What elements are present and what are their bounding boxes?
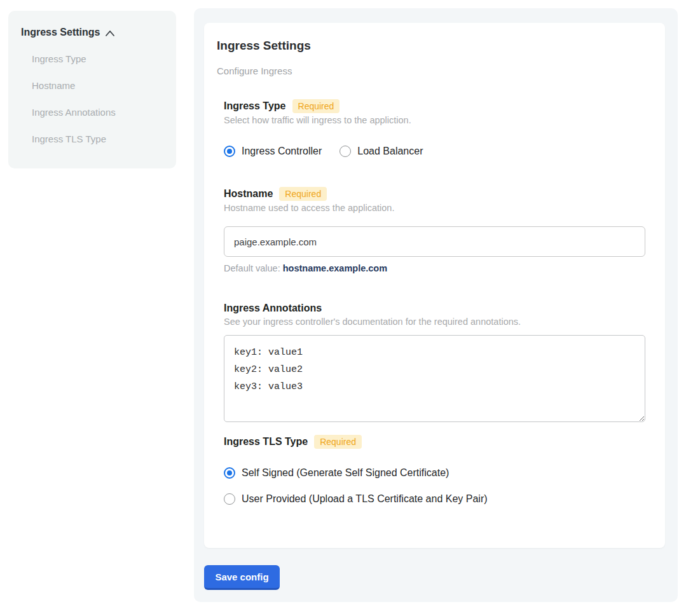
ingress-type-radio-group: Ingress Controller Load Balancer xyxy=(224,145,645,158)
radio-ingress-controller-circle[interactable] xyxy=(224,146,235,157)
sidebar-item-ingress-annotations[interactable]: Ingress Annotations xyxy=(32,107,163,118)
ingress-annotations-label: Ingress Annotations xyxy=(224,302,322,315)
radio-self-signed-label: Self Signed (Generate Self Signed Certif… xyxy=(242,467,449,479)
ingress-settings-card: Ingress Settings Configure Ingress Ingre… xyxy=(204,23,665,548)
radio-user-provided-label: User Provided (Upload a TLS Certificate … xyxy=(242,493,488,505)
settings-sidebar: Ingress Settings Ingress Type Hostname I… xyxy=(8,11,176,168)
required-badge: Required xyxy=(314,435,362,449)
radio-load-balancer[interactable]: Load Balancer xyxy=(340,145,423,158)
field-ingress-annotations: Ingress Annotations See your ingress con… xyxy=(224,302,645,422)
required-badge: Required xyxy=(279,187,327,201)
radio-self-signed-circle[interactable] xyxy=(224,467,235,479)
hostname-label: Hostname xyxy=(224,188,273,200)
field-hostname: Hostname Required Hostname used to acces… xyxy=(224,187,645,274)
radio-ingress-controller[interactable]: Ingress Controller xyxy=(224,145,322,158)
settings-panel: Ingress Settings Configure Ingress Ingre… xyxy=(194,8,678,602)
ingress-annotations-textarea[interactable]: key1: value1 key2: value2 key3: value3 xyxy=(224,335,645,422)
ingress-type-label: Ingress Type xyxy=(224,100,286,113)
hostname-input[interactable] xyxy=(224,226,645,257)
page-title: Ingress Settings xyxy=(217,38,652,53)
radio-user-provided[interactable]: User Provided (Upload a TLS Certificate … xyxy=(224,493,645,505)
ingress-type-description: Select how traffic will ingress to the a… xyxy=(224,115,645,126)
hostname-default-prefix: Default value: xyxy=(224,263,283,273)
form-fields: Ingress Type Required Select how traffic… xyxy=(224,99,645,505)
hostname-default-line: Default value: hostname.example.com xyxy=(224,263,645,274)
sidebar-item-ingress-type[interactable]: Ingress Type xyxy=(32,53,163,65)
hostname-default-value: hostname.example.com xyxy=(283,263,387,273)
ingress-tls-type-label: Ingress TLS Type xyxy=(224,435,308,448)
radio-ingress-controller-label: Ingress Controller xyxy=(242,145,322,158)
field-ingress-tls-type: Ingress TLS Type Required Self Signed (G… xyxy=(224,435,645,505)
ingress-annotations-description: See your ingress controller's documentat… xyxy=(224,317,645,327)
chevron-up-icon xyxy=(106,29,114,36)
sidebar-section-toggle[interactable]: Ingress Settings xyxy=(21,27,163,38)
sidebar-item-hostname[interactable]: Hostname xyxy=(32,80,163,92)
sidebar-item-list: Ingress Type Hostname Ingress Annotation… xyxy=(32,53,163,145)
radio-load-balancer-label: Load Balancer xyxy=(357,145,423,158)
hostname-description: Hostname used to access the application. xyxy=(224,203,645,214)
page-subtitle: Configure Ingress xyxy=(217,66,652,76)
required-badge: Required xyxy=(292,99,340,113)
sidebar-section-title: Ingress Settings xyxy=(21,27,100,38)
sidebar-item-ingress-tls-type[interactable]: Ingress TLS Type xyxy=(32,133,163,145)
field-ingress-type: Ingress Type Required Select how traffic… xyxy=(224,99,645,158)
radio-self-signed[interactable]: Self Signed (Generate Self Signed Certif… xyxy=(224,467,645,479)
save-config-button[interactable]: Save config xyxy=(204,565,280,590)
radio-user-provided-circle[interactable] xyxy=(224,493,235,505)
radio-load-balancer-circle[interactable] xyxy=(340,146,351,157)
